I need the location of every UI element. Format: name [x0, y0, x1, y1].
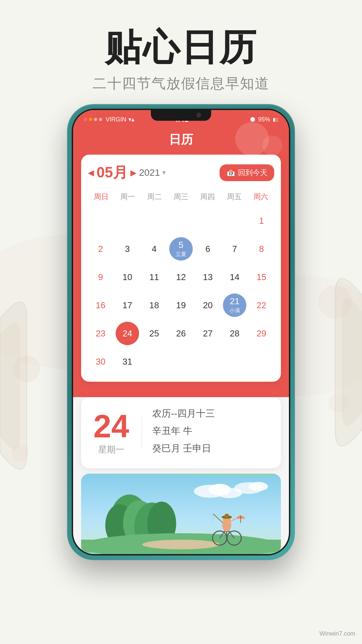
- cal-daynum-16: 16: [96, 300, 106, 311]
- cal-daynum-24: 24: [123, 328, 132, 339]
- cal-cell-12[interactable]: 12: [168, 264, 194, 290]
- lunar-date: 农历--四月十三: [152, 407, 271, 421]
- svg-point-3: [318, 285, 352, 319]
- cal-cell-26[interactable]: 26: [168, 320, 194, 347]
- cal-cell-empty-r6-5: [195, 348, 221, 375]
- cal-daynum-14: 14: [230, 272, 240, 282]
- weekday-wed: 周三: [168, 189, 194, 205]
- battery-percent: 95%: [258, 116, 270, 123]
- phone-screen: VIRGIN ▾▴ 4:41 ⬢ 95% ▮▯ 日历: [73, 110, 289, 554]
- cal-cell-empty-4: [168, 207, 194, 234]
- cal-cell-31[interactable]: 31: [115, 348, 140, 375]
- date-info-section: 农历--四月十三 辛丑年 牛 癸巳月 壬申日: [152, 407, 271, 459]
- cal-cell-16[interactable]: 16: [88, 292, 113, 319]
- cal-cell-11[interactable]: 11: [141, 264, 167, 290]
- date-divider: [141, 416, 142, 449]
- cal-day-1: 1: [259, 207, 264, 234]
- date-day-number: 24: [91, 410, 131, 442]
- cal-daynum-30: 30: [96, 357, 106, 367]
- cal-cell-24[interactable]: 24: [115, 320, 140, 347]
- cal-day-19: 19: [176, 292, 186, 319]
- cal-cell-13[interactable]: 13: [195, 264, 221, 290]
- cal-cell-4[interactable]: 4: [141, 235, 167, 262]
- weekday-fri: 周五: [221, 189, 247, 205]
- cal-daynum-31: 31: [123, 357, 132, 367]
- app-header: 日历: [73, 129, 289, 155]
- cal-cell-29[interactable]: 29: [249, 320, 274, 347]
- camera-cutout: [196, 113, 201, 117]
- cal-cell-15[interactable]: 15: [249, 264, 274, 290]
- cal-cell-30[interactable]: 30: [88, 348, 113, 375]
- cal-daynum-25: 25: [149, 328, 159, 339]
- main-title: 贴心日历: [0, 27, 362, 67]
- cal-day-12: 12: [176, 264, 186, 290]
- today-button[interactable]: 📅 回到今天: [220, 164, 274, 181]
- current-month: 05月: [97, 163, 128, 182]
- next-month-button[interactable]: ▶: [130, 168, 136, 177]
- cal-day-10: 10: [123, 264, 132, 290]
- svg-point-11: [249, 482, 268, 491]
- cal-day-8: 8: [259, 235, 264, 262]
- cal-daynum-27: 27: [203, 328, 213, 339]
- date-weekday-label: 星期一: [91, 444, 131, 455]
- cal-daynum-15: 15: [257, 272, 266, 282]
- cal-cell-6[interactable]: 6: [195, 235, 221, 262]
- cal-cell-empty-r6-4: [168, 348, 194, 375]
- signal-dot-2: [89, 118, 92, 121]
- cal-cell-9[interactable]: 9: [88, 264, 113, 290]
- weekday-sun: 周日: [88, 189, 114, 205]
- cal-day-23: 23: [96, 320, 106, 347]
- cal-cell-28[interactable]: 28: [222, 320, 247, 347]
- subtitle: 二十四节气放假信息早知道: [0, 74, 362, 93]
- cal-day-24-today: 24: [116, 322, 139, 345]
- cal-daynum-13: 13: [203, 272, 213, 282]
- cal-daynum-3: 3: [125, 244, 130, 254]
- weekday-mon: 周一: [114, 189, 141, 205]
- battery-icon: ▮▯: [273, 117, 278, 122]
- cal-cell-10[interactable]: 10: [115, 264, 140, 290]
- cal-day-13: 13: [203, 264, 213, 290]
- cal-cell-2[interactable]: 2: [88, 235, 113, 262]
- cal-cell-5[interactable]: 5 立夏: [168, 235, 194, 262]
- weekday-thu: 周四: [194, 189, 221, 205]
- cal-cell-8[interactable]: 8: [249, 235, 274, 262]
- prev-month-button[interactable]: ◀: [88, 168, 94, 177]
- cal-cell-21[interactable]: 21 小满: [222, 292, 247, 319]
- page-header: 贴心日历 二十四节气放假信息早知道: [0, 0, 362, 93]
- cal-cell-7[interactable]: 7: [222, 235, 247, 262]
- cal-cell-27[interactable]: 27: [195, 320, 221, 347]
- cal-cell-3[interactable]: 3: [115, 235, 140, 262]
- cal-cell-17[interactable]: 17: [115, 292, 140, 319]
- cal-day-4: 4: [152, 235, 157, 262]
- cal-day-25: 25: [149, 320, 159, 347]
- cal-cell-23[interactable]: 23: [88, 320, 113, 347]
- svg-rect-29: [225, 514, 229, 518]
- cal-daynum-20: 20: [203, 300, 213, 311]
- svg-point-2: [13, 356, 40, 382]
- cal-cell-22[interactable]: 22: [249, 292, 274, 319]
- app-red-bg: VIRGIN ▾▴ 4:41 ⬢ 95% ▮▯ 日历: [73, 110, 289, 397]
- bubble-decoration-2: [262, 136, 282, 156]
- cal-cell-18[interactable]: 18: [141, 292, 167, 319]
- cal-cell-1[interactable]: 1: [249, 207, 274, 234]
- cal-cell-empty-5: [195, 207, 221, 234]
- cal-day-18: 18: [149, 292, 159, 319]
- cal-cell-19[interactable]: 19: [168, 292, 194, 319]
- cal-daynum-8: 8: [259, 244, 264, 254]
- cal-cell-25[interactable]: 25: [141, 320, 167, 347]
- cal-cell-empty-1: [88, 207, 113, 234]
- cal-daynum-9: 9: [98, 272, 103, 282]
- signal-dots: [84, 118, 102, 121]
- cal-daynum-18: 18: [149, 300, 159, 311]
- phone-mockup: VIRGIN ▾▴ 4:41 ⬢ 95% ▮▯ 日历: [67, 104, 295, 560]
- cal-cell-14[interactable]: 14: [222, 264, 247, 290]
- cal-daynum-17: 17: [123, 300, 132, 311]
- svg-point-5: [328, 392, 349, 413]
- calendar-small-icon: 📅: [226, 168, 235, 177]
- signal-dot-3: [94, 118, 97, 121]
- cal-cell-20[interactable]: 20: [195, 292, 221, 319]
- cal-day-20: 20: [203, 292, 213, 319]
- cal-cell-empty-2: [115, 207, 140, 234]
- cal-day-26: 26: [176, 320, 186, 347]
- current-year: 2021 ▼: [139, 167, 167, 178]
